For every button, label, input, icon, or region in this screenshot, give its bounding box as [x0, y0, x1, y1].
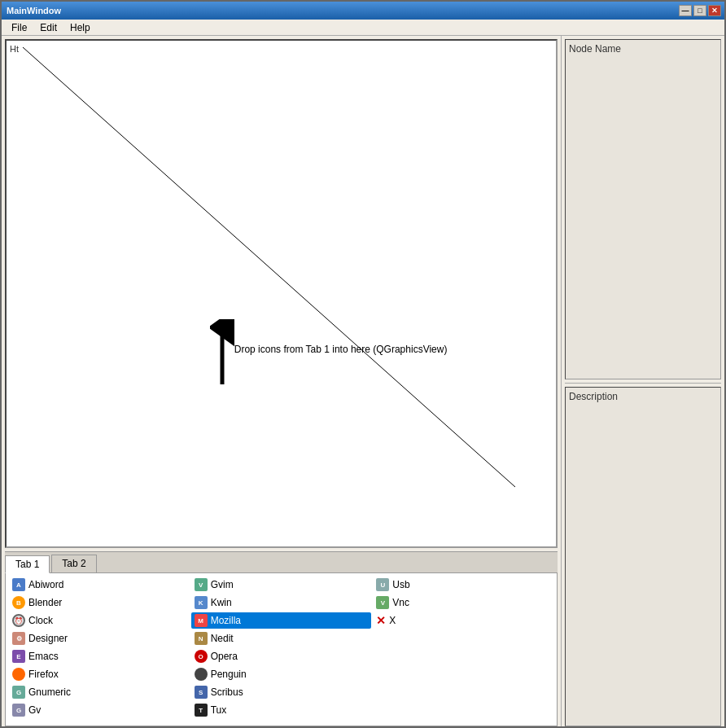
left-panel: Ht Drop icons from Tab 1 into here — [2, 36, 562, 728]
icon-label: Kwin — [211, 597, 232, 608]
description-label: Description — [569, 391, 618, 402]
main-container: Ht Drop icons from Tab 1 into here — [2, 36, 724, 728]
graphics-view[interactable]: Ht Drop icons from Tab 1 into here — [5, 39, 558, 548]
icon-label: Gvim — [211, 579, 234, 590]
icon-item-clock[interactable]: ⏰Clock — [9, 612, 190, 629]
bottom-panel: Tab 1 Tab 2 AAbiwordVGvimUUsbBBlenderKKw… — [5, 551, 558, 726]
description-panel: Description — [565, 387, 721, 727]
icon-item-x[interactable]: ✕X — [373, 612, 553, 629]
icon-item-vnc[interactable]: VVnc — [373, 594, 553, 611]
icon-item-blender[interactable]: BBlender — [9, 594, 190, 611]
icon-item-mozilla[interactable]: MMozilla — [191, 612, 372, 629]
gnumeric-icon: G — [12, 686, 25, 699]
icon-label: Scribus — [211, 686, 243, 698]
icon-label: Opera — [211, 651, 238, 662]
nedit-icon: N — [195, 632, 208, 645]
icon-label: Tux — [211, 704, 227, 716]
mozilla-icon: M — [195, 614, 208, 627]
usb-icon: U — [376, 578, 389, 591]
kwin-icon: K — [195, 596, 208, 609]
x-mark-icon[interactable]: ✕ — [376, 614, 386, 627]
icon-label: Mozilla — [211, 615, 241, 626]
icon-label: Vnc — [392, 597, 409, 608]
icon-grid: AAbiwordVGvimUUsbBBlenderKKwinVVnc⏰Clock… — [9, 577, 553, 718]
tux-icon: T — [195, 704, 208, 717]
icon-label: Emacs — [28, 651, 59, 662]
window-controls: — □ ✕ — [679, 5, 721, 16]
right-divider — [565, 383, 721, 384]
maximize-button[interactable]: □ — [693, 5, 706, 16]
icon-label: Gv — [28, 704, 41, 716]
icon-item-gnumeric[interactable]: GGnumeric — [9, 684, 190, 700]
icon-label: Penguin — [211, 669, 247, 680]
icon-item-opera[interactable]: OOpera — [191, 648, 372, 664]
scribus-icon: S — [195, 686, 208, 699]
emacs-icon: E — [12, 650, 25, 663]
arrow-container: Drop icons from Tab 1 into here (QGraphi… — [210, 319, 234, 384]
title-bar: MainWindow — □ ✕ — [2, 2, 724, 20]
tab-2[interactable]: Tab 2 — [51, 555, 96, 572]
icon-label: Abiword — [28, 579, 63, 590]
menu-bar: File Edit Help — [2, 20, 724, 36]
vnc-icon: V — [376, 596, 389, 609]
icon-item-designer[interactable]: ⚙Designer — [9, 630, 190, 647]
icon-item-abiword[interactable]: AAbiword — [9, 577, 190, 593]
svg-line-0 — [23, 47, 515, 487]
opera-icon: O — [195, 650, 208, 663]
right-panel: Node Name Description — [562, 36, 724, 728]
icon-item-tux[interactable]: TTux — [191, 702, 372, 718]
clock-icon: ⏰ — [12, 614, 25, 627]
tab-content-1: AAbiwordVGvimUUsbBBlenderKKwinVVnc⏰Clock… — [5, 572, 558, 726]
window-title: MainWindow — [5, 6, 61, 15]
icon-item-kwin[interactable]: KKwin — [191, 594, 372, 611]
close-button[interactable]: ✕ — [708, 5, 721, 16]
icon-item-nedit[interactable]: NNedit — [191, 630, 372, 647]
blender-icon: B — [12, 596, 25, 609]
icon-item-penguin[interactable]: Penguin — [191, 666, 372, 682]
icon-label: Nedit — [211, 633, 234, 644]
menu-edit[interactable]: Edit — [33, 20, 63, 35]
node-name-label: Node Name — [569, 43, 621, 55]
firefox-icon — [12, 668, 25, 681]
icon-item-emacs[interactable]: EEmacs — [9, 648, 190, 664]
icon-item-gvim[interactable]: VGvim — [191, 577, 372, 593]
icon-label: Designer — [28, 633, 68, 644]
icon-item-gv[interactable]: GGv — [9, 702, 190, 718]
icon-label: X — [389, 615, 396, 626]
gv-icon: G — [12, 704, 25, 717]
icon-item-usb[interactable]: UUsb — [373, 577, 553, 593]
tab-bar: Tab 1 Tab 2 — [5, 552, 558, 572]
icon-label: Blender — [28, 597, 62, 608]
arrow-icon — [210, 319, 234, 384]
tab-1[interactable]: Tab 1 — [5, 555, 50, 573]
abiword-icon: A — [12, 578, 25, 591]
gvim-icon: V — [195, 578, 208, 591]
penguin-icon — [195, 668, 208, 681]
icon-label: Firefox — [28, 669, 59, 680]
minimize-button[interactable]: — — [679, 5, 692, 16]
diagonal-line — [7, 41, 556, 546]
icon-label: Usb — [392, 579, 409, 590]
icon-label: Gnumeric — [28, 686, 71, 698]
icon-label: Clock — [28, 615, 53, 626]
menu-help[interactable]: Help — [63, 20, 97, 35]
menu-file[interactable]: File — [5, 20, 33, 35]
icon-item-scribus[interactable]: SScribus — [191, 684, 372, 700]
node-name-panel: Node Name — [565, 39, 721, 379]
drop-instruction: Drop icons from Tab 1 into here (QGraphi… — [234, 344, 448, 355]
icon-item-firefox[interactable]: Firefox — [9, 666, 190, 682]
designer-icon: ⚙ — [12, 632, 25, 645]
